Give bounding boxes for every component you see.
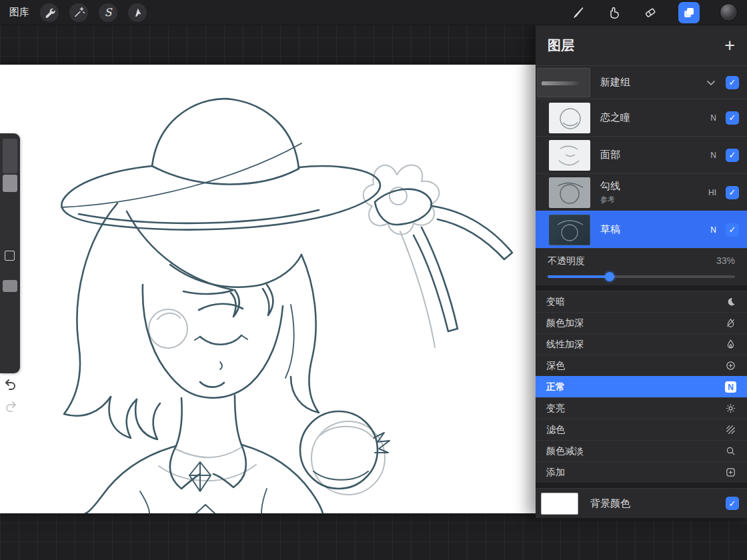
selection-s-icon: S <box>105 7 112 18</box>
adjustments-button[interactable] <box>69 3 88 22</box>
blend-row-add[interactable]: 添加 <box>536 461 747 483</box>
moon-icon <box>724 296 736 308</box>
blend-row-darken[interactable]: 变暗 <box>536 291 747 312</box>
layer-thumbnail[interactable] <box>549 140 590 171</box>
layer-reference-tag: 参考 <box>600 195 620 205</box>
layers-panel-button[interactable] <box>678 2 700 23</box>
opacity-slider[interactable] <box>548 275 735 278</box>
opacity-value: 33% <box>716 255 735 267</box>
opacity-fill <box>548 275 610 278</box>
layer-row[interactable]: 恋之瞳 N <box>536 99 747 136</box>
layer-thumbnail[interactable] <box>549 215 590 245</box>
add-layer-button[interactable]: + <box>724 37 735 55</box>
layer-visibility-checkbox[interactable] <box>726 149 739 162</box>
panel-divider <box>536 285 747 291</box>
actions-button[interactable] <box>40 3 59 22</box>
layer-visibility-checkbox[interactable] <box>726 186 739 199</box>
brush-icon <box>572 6 585 19</box>
blend-label: 线性加深 <box>546 339 584 351</box>
blend-label: 变亮 <box>546 403 565 415</box>
layer-name: 新建组 <box>600 76 630 89</box>
opacity-section: 不透明度 33% <box>536 248 747 285</box>
layer-name: 勾线 <box>600 180 620 193</box>
blend-row-normal-selected[interactable]: 正常 N <box>536 376 747 397</box>
chevron-down-icon[interactable] <box>706 77 716 88</box>
brush-tool-button[interactable] <box>570 5 586 21</box>
blend-row-color-dodge[interactable]: 颜色减淡 <box>536 440 747 461</box>
opacity-label: 不透明度 <box>548 255 585 267</box>
layer-row[interactable]: 面部 N <box>536 136 747 173</box>
background-color-row[interactable]: 背景颜色 <box>536 488 747 518</box>
layer-name: 草稿 <box>600 223 620 236</box>
brush-size-slider[interactable] <box>3 139 17 173</box>
normal-n-icon: N <box>725 381 736 393</box>
gallery-button[interactable]: 图库 <box>9 6 29 19</box>
smudge-tool-button[interactable] <box>606 5 622 21</box>
blend-badge[interactable]: N <box>710 113 716 123</box>
transform-arrow-icon <box>132 7 143 18</box>
top-toolbar: 图库 S <box>0 0 747 25</box>
blend-badge[interactable]: N <box>710 225 716 235</box>
blend-label: 颜色减淡 <box>546 445 584 457</box>
layer-visibility-checkbox[interactable] <box>726 76 739 89</box>
brush-size-handle[interactable] <box>3 175 17 192</box>
blend-row-screen[interactable]: 滤色 <box>536 419 747 440</box>
redo-button[interactable] <box>3 399 18 413</box>
layers-panel: 图层 + 新建组 恋之瞳 N 面部 N <box>536 25 747 518</box>
drawing-canvas[interactable] <box>0 65 536 513</box>
eraser-tool-button[interactable] <box>642 5 658 21</box>
blend-label: 颜色加深 <box>546 317 584 329</box>
blend-row-color-burn[interactable]: 颜色加深 <box>536 312 747 333</box>
layer-row-selected[interactable]: 草稿 N <box>536 211 747 248</box>
blend-label: 正常 <box>546 381 565 393</box>
layer-name: 面部 <box>600 149 620 161</box>
layer-row-group[interactable]: 新建组 <box>536 65 747 99</box>
artwork-illustration <box>0 65 536 513</box>
smudge-finger-icon <box>608 6 621 19</box>
blend-row-linear-burn[interactable]: 线性加深 <box>536 333 747 355</box>
layer-visibility-checkbox[interactable] <box>726 223 739 237</box>
wrench-icon <box>44 7 55 18</box>
modify-square-button[interactable] <box>5 251 15 261</box>
blend-row-lighten[interactable]: 变亮 <box>536 397 747 419</box>
layers-panel-header: 图层 + <box>536 25 747 65</box>
layers-panel-title: 图层 <box>548 37 574 55</box>
brush-opacity-handle[interactable] <box>3 280 17 292</box>
group-thumbnail[interactable] <box>537 68 590 97</box>
magic-wand-icon <box>73 7 85 18</box>
background-visibility-checkbox[interactable] <box>726 497 739 510</box>
blend-label: 变暗 <box>546 296 565 308</box>
blend-badge[interactable]: N <box>710 151 716 160</box>
flame-icon <box>724 339 736 351</box>
layer-name: 恋之瞳 <box>600 111 630 124</box>
layer-visibility-checkbox[interactable] <box>726 111 739 125</box>
sun-icon <box>724 403 736 415</box>
undo-button[interactable] <box>3 377 18 391</box>
panel-divider <box>536 483 747 488</box>
selection-button[interactable]: S <box>99 3 117 22</box>
blend-badge[interactable]: HI <box>708 188 716 197</box>
color-dodge-icon <box>724 445 736 457</box>
sidebar-tools <box>0 133 20 373</box>
blend-label: 深色 <box>546 360 565 372</box>
layers-icon <box>682 6 696 19</box>
eraser-icon <box>644 6 657 19</box>
darker-color-icon <box>724 360 736 372</box>
opacity-knob[interactable] <box>605 272 614 281</box>
layer-thumbnail[interactable] <box>549 177 590 208</box>
screen-icon <box>724 424 736 436</box>
layer-thumbnail[interactable] <box>549 103 590 133</box>
color-swatch-button[interactable] <box>720 3 738 21</box>
add-icon <box>724 467 736 479</box>
blend-label: 滤色 <box>546 424 565 436</box>
color-burn-icon <box>724 317 736 329</box>
blend-row-darker-color[interactable]: 深色 <box>536 355 747 376</box>
blend-label: 添加 <box>546 467 565 479</box>
background-color-label: 背景颜色 <box>590 497 630 510</box>
transform-button[interactable] <box>128 3 147 22</box>
layer-row[interactable]: 勾线 参考 HI <box>536 173 747 211</box>
background-color-swatch[interactable] <box>541 493 578 515</box>
